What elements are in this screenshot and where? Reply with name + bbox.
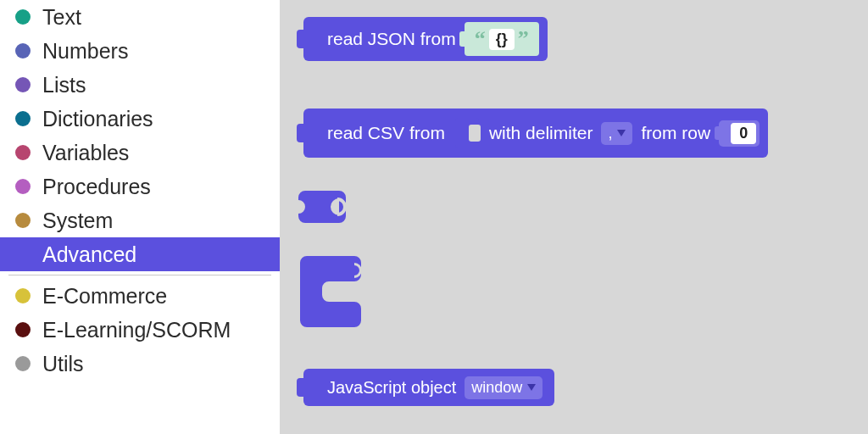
category-advanced[interactable]: Advanced bbox=[0, 237, 280, 271]
block-js-object[interactable]: JavaScript object window bbox=[303, 369, 554, 406]
sidebar-divider bbox=[8, 275, 271, 275]
category-ecommerce[interactable]: E-Commerce bbox=[0, 279, 280, 313]
dot-icon bbox=[15, 179, 31, 194]
block-read-json[interactable]: read JSON from “ {} ” bbox=[303, 17, 548, 61]
chevron-down-icon bbox=[527, 384, 536, 391]
row-value[interactable]: 0 bbox=[731, 123, 756, 144]
dot-icon bbox=[15, 43, 31, 58]
block-label: JavaScript object bbox=[327, 378, 456, 398]
category-numbers[interactable]: Numbers bbox=[0, 34, 280, 68]
block-read-csv[interactable]: read CSV from with delimiter , from row … bbox=[303, 108, 768, 158]
category-sidebar: Text Numbers Lists Dictionaries Variable… bbox=[0, 0, 280, 434]
category-dictionaries[interactable]: Dictionaries bbox=[0, 102, 280, 136]
category-label: E-Learning/SCORM bbox=[42, 318, 231, 342]
category-label: Dictionaries bbox=[42, 107, 153, 131]
category-label: Numbers bbox=[42, 39, 128, 64]
number-input-slot[interactable]: 0 bbox=[719, 120, 760, 147]
close-quote-icon: ” bbox=[518, 26, 529, 52]
object-dropdown[interactable]: window bbox=[465, 376, 542, 399]
dropdown-value: window bbox=[471, 379, 522, 397]
block-flyout: read JSON from “ {} ” read CSV from with… bbox=[280, 0, 868, 434]
dot-icon bbox=[15, 145, 31, 160]
dot-icon bbox=[15, 213, 31, 228]
category-label: Procedures bbox=[42, 175, 151, 199]
category-variables[interactable]: Variables bbox=[0, 136, 280, 170]
category-label: E-Commerce bbox=[42, 284, 167, 309]
category-label: Lists bbox=[42, 73, 86, 97]
dropdown-value: , bbox=[608, 125, 612, 142]
category-label: Utils bbox=[42, 352, 84, 376]
delimiter-dropdown[interactable]: , bbox=[601, 122, 632, 145]
category-system[interactable]: System bbox=[0, 203, 280, 237]
string-input-slot[interactable]: “ {} ” bbox=[465, 22, 539, 56]
chevron-down-icon bbox=[617, 130, 626, 136]
category-procedures[interactable]: Procedures bbox=[0, 170, 280, 203]
dot-icon bbox=[15, 77, 31, 92]
dot-icon bbox=[15, 356, 31, 371]
category-label: System bbox=[42, 209, 113, 233]
block-statement-empty[interactable] bbox=[297, 253, 373, 329]
block-label: with delimiter bbox=[489, 123, 593, 143]
dot-icon bbox=[15, 322, 31, 337]
json-value[interactable]: {} bbox=[489, 29, 515, 50]
block-label: from row bbox=[641, 123, 710, 143]
value-socket[interactable] bbox=[455, 118, 479, 148]
dot-icon bbox=[15, 288, 31, 303]
category-lists[interactable]: Lists bbox=[0, 68, 280, 102]
category-utils[interactable]: Utils bbox=[0, 347, 280, 381]
block-label: read JSON from bbox=[327, 29, 456, 49]
category-label: Variables bbox=[42, 141, 129, 165]
dot-icon bbox=[15, 9, 31, 25]
dot-icon bbox=[15, 111, 31, 126]
category-label: Advanced bbox=[42, 242, 136, 267]
open-quote-icon: “ bbox=[475, 26, 486, 52]
block-value-empty[interactable] bbox=[297, 186, 356, 228]
category-elearning[interactable]: E-Learning/SCORM bbox=[0, 313, 280, 347]
block-label: read CSV from bbox=[327, 123, 445, 143]
category-text[interactable]: Text bbox=[0, 0, 280, 34]
category-label: Text bbox=[42, 5, 81, 30]
